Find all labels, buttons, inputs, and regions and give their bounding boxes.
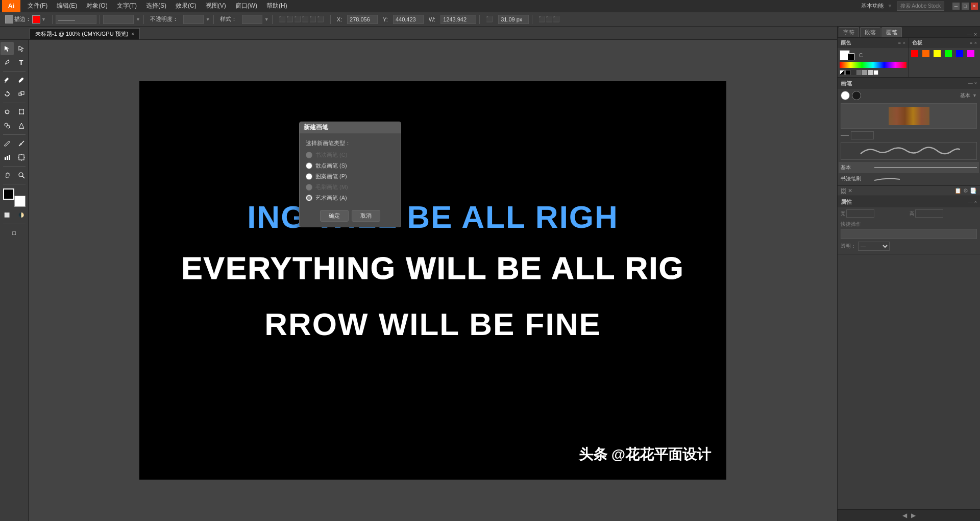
coord-y-input[interactable] <box>393 15 424 24</box>
brush-name-input[interactable]: 基本 <box>103 15 134 24</box>
blue-swatch[interactable] <box>956 50 963 57</box>
foreground-color[interactable] <box>3 188 14 200</box>
stroke-swatch[interactable] <box>32 15 40 23</box>
screen-mode[interactable]: □ <box>8 226 21 240</box>
light-swatch[interactable] <box>862 70 867 75</box>
white-swatch[interactable] <box>873 70 878 75</box>
menu-effect[interactable]: 效果(C) <box>172 1 201 11</box>
background-color[interactable] <box>14 196 26 207</box>
scroll-left-arrow[interactable]: ◀ <box>902 512 907 519</box>
brush-tool[interactable] <box>15 74 28 87</box>
stroke-weight-input[interactable] <box>56 15 96 24</box>
magenta-swatch[interactable] <box>967 50 974 57</box>
color-spectrum[interactable] <box>840 62 906 68</box>
brush-add-icon[interactable]: 📋 <box>954 187 962 194</box>
warp-tool[interactable] <box>1 105 14 119</box>
swatches-menu-btn[interactable]: ≡ <box>969 40 972 45</box>
coord-w-input[interactable] <box>440 15 476 24</box>
perspective-tool[interactable] <box>15 119 28 132</box>
canvas-area[interactable]: ING WILL BE ALL RIGH EVERYTHING WILL BE … <box>29 40 837 521</box>
menu-select[interactable]: 选择(S) <box>142 1 170 11</box>
scale-tool[interactable] <box>15 87 28 101</box>
radio-pattern[interactable]: 艺术画笔 (A) <box>306 194 395 202</box>
shape-builder-tool[interactable] <box>1 119 14 132</box>
select-tool[interactable] <box>1 42 14 55</box>
minimize-button[interactable]: ─ <box>952 3 960 10</box>
color-menu-btn[interactable]: ≡ <box>898 40 900 45</box>
artboard-tool[interactable] <box>15 151 28 164</box>
document-tab[interactable]: 未标题-1 @ 100% (CMYK/GPU 预览) × <box>30 28 140 39</box>
search-box[interactable]: 搜索 Adobe Stock <box>897 2 944 11</box>
hand-tool[interactable] <box>1 169 14 182</box>
gradient-color[interactable]: 🌓 <box>15 208 28 222</box>
props-close[interactable]: × <box>974 199 977 204</box>
stroke-box[interactable] <box>847 53 854 60</box>
tab-character[interactable]: 字符 <box>839 27 859 37</box>
menu-text[interactable]: 文字(T) <box>113 1 141 11</box>
brush-style-white[interactable] <box>841 91 850 100</box>
scroll-right-arrow[interactable]: ▶ <box>911 512 916 519</box>
transform-icons[interactable]: ⬛⬛⬛ ⬛⬛⬛ <box>276 15 327 23</box>
orange-swatch[interactable] <box>922 50 929 57</box>
black-swatch[interactable] <box>845 70 850 75</box>
brushes-minimize-btn[interactable]: — <box>968 81 973 86</box>
restore-button[interactable]: □ <box>962 3 969 10</box>
measure-tool[interactable] <box>15 137 28 150</box>
menu-help[interactable]: 帮助(H) <box>262 1 291 11</box>
workspace-label[interactable]: 基本功能 <box>861 2 884 10</box>
menu-window[interactable]: 窗口(W) <box>231 1 261 11</box>
more-controls[interactable]: ⬛⬛⬛ <box>535 15 563 23</box>
brush-libraries-icon[interactable]: 🖼 <box>841 188 846 194</box>
green-swatch[interactable] <box>945 50 952 57</box>
menu-object[interactable]: 对象(O) <box>82 1 111 11</box>
brush-delete-icon[interactable]: ✕ <box>848 187 852 194</box>
panel-close[interactable]: × <box>974 32 977 37</box>
style-input[interactable] <box>242 15 262 24</box>
cancel-button[interactable]: 取消 <box>352 210 380 222</box>
brush-size-value[interactable]: 3.00 <box>851 131 874 139</box>
radio-art[interactable]: 图案画笔 (P) <box>306 173 395 180</box>
pen-tool[interactable] <box>1 56 14 69</box>
direct-select-tool[interactable] <box>15 42 28 55</box>
brush-layers-icon[interactable]: 📑 <box>970 187 977 194</box>
brush-item-basic[interactable]: 基本 <box>839 162 979 173</box>
type-tool[interactable]: T <box>15 56 28 69</box>
dark-swatch[interactable] <box>851 70 856 75</box>
lighter-swatch[interactable] <box>868 70 873 75</box>
transparency-select[interactable]: — 正常 正片叠底 <box>858 242 890 251</box>
none-color[interactable]: ⬜ <box>1 208 14 222</box>
menu-file[interactable]: 文件(F) <box>23 1 52 11</box>
close-tab-button[interactable]: × <box>131 31 134 37</box>
tab-brushes[interactable]: 画笔 <box>881 27 902 37</box>
eyedropper-tool[interactable] <box>1 137 14 150</box>
red-swatch[interactable] <box>911 50 918 57</box>
quick-actions-bar[interactable] <box>841 229 977 239</box>
opacity-input[interactable]: 100% <box>183 15 204 24</box>
mid-swatch[interactable] <box>856 70 862 75</box>
zoom-tool[interactable] <box>15 169 28 182</box>
free-transform-tool[interactable] <box>15 105 28 119</box>
color-close-btn[interactable]: × <box>903 40 905 45</box>
yellow-swatch[interactable] <box>934 50 941 57</box>
fill-swatch[interactable] <box>5 15 13 23</box>
swatches-close-btn[interactable]: × <box>974 40 977 45</box>
close-button[interactable]: ✕ <box>971 3 978 10</box>
none-swatch[interactable] <box>840 70 845 75</box>
width-input[interactable]: 1325 <box>846 209 874 218</box>
tab-paragraph[interactable]: 段落 <box>860 27 880 37</box>
menu-view[interactable]: 视图(V) <box>202 1 230 11</box>
coord-x-input[interactable] <box>347 15 378 24</box>
brush-options-icon[interactable]: ⚙ <box>963 187 968 194</box>
menu-edit[interactable]: 编辑(E) <box>53 1 81 11</box>
brush-item-calligraphic[interactable]: 书法笔刷 <box>839 173 979 184</box>
height-input[interactable] <box>498 15 529 24</box>
radio-scatter[interactable]: 散点画笔 (S) <box>306 162 395 170</box>
rotate-tool[interactable] <box>1 87 14 101</box>
pencil-tool[interactable] <box>1 74 14 87</box>
props-minimize[interactable]: — <box>968 199 973 204</box>
height-input[interactable]: 1225 <box>915 209 943 218</box>
graph-tool[interactable] <box>1 151 14 164</box>
confirm-button[interactable]: 确定 <box>320 210 349 222</box>
panel-minimize[interactable]: — <box>967 32 972 37</box>
brush-style-black[interactable] <box>852 91 861 100</box>
